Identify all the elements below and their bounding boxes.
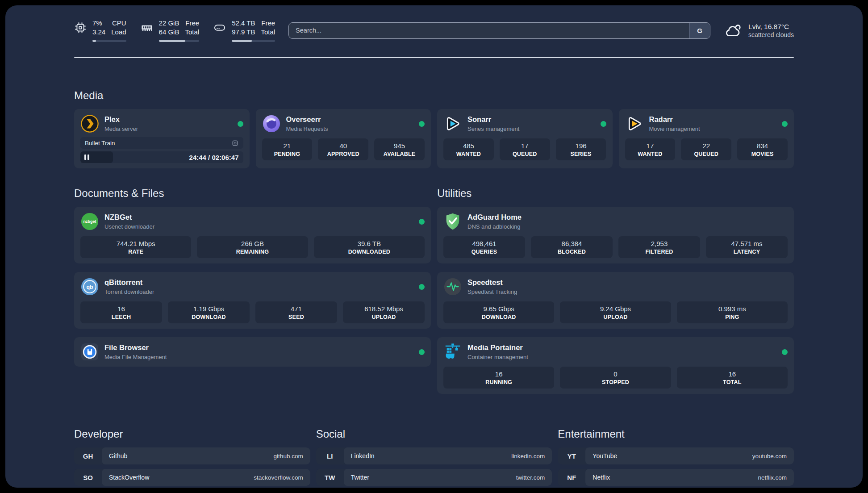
- qbittorrent-icon: qb: [80, 277, 99, 296]
- app-card-speedtest[interactable]: Speedtest Speedtest Tracking 9.65 GbpsDO…: [437, 272, 794, 329]
- app-card-filebrowser[interactable]: File Browser Media File Management: [74, 337, 431, 367]
- section-title-developer: Developer: [74, 428, 310, 440]
- qbittorrent-stats: 16LEECH 1.19 GbpsDOWNLOAD 471SEED 618.52…: [80, 301, 425, 323]
- stat-value: 196: [558, 142, 605, 150]
- bookmark-netflix[interactable]: NF Netflixnetflix.com: [558, 469, 794, 486]
- stat-ping: 0.993 msPING: [677, 301, 788, 323]
- stat-label: SEED: [257, 314, 335, 320]
- memory-label-top: Free: [185, 19, 199, 28]
- session-device-icon: [231, 139, 239, 147]
- stat-movies: 834MOVIES: [737, 138, 788, 160]
- stat-label: SERIES: [558, 151, 605, 157]
- stat-value: 86,384: [533, 240, 611, 247]
- speedtest-icon: [443, 277, 462, 296]
- stat-series: 196SERIES: [556, 138, 606, 160]
- stat-rate: 744.21 MbpsRATE: [80, 236, 191, 258]
- bookmark-stackoverflow[interactable]: SO StackOverflowstackoverflow.com: [74, 469, 310, 486]
- bookmark-abbr: LI: [316, 447, 344, 464]
- sonarr-subtitle: Series management: [467, 125, 519, 132]
- stat-value: 266 GB: [199, 240, 306, 247]
- stat-value: 47.571 ms: [708, 240, 786, 247]
- stat-label: LATENCY: [708, 249, 786, 255]
- bookmark-name: Twitter: [351, 474, 369, 481]
- memory-total: 64 GiB: [159, 28, 179, 37]
- stat-value: 485: [445, 142, 492, 150]
- bookmark-twitter[interactable]: TW Twittertwitter.com: [316, 469, 552, 486]
- plex-icon: [80, 114, 99, 133]
- stat-value: 0.993 ms: [679, 305, 786, 313]
- disk-progress-track: [232, 40, 275, 42]
- qbittorrent-subtitle: Torrent downloader: [104, 288, 154, 295]
- search-engine-button[interactable]: G: [689, 23, 710, 38]
- stat-stopped: 0STOPPED: [560, 367, 671, 389]
- stat-value: 40: [320, 142, 367, 150]
- bookmark-github[interactable]: GH Githubgithub.com: [74, 447, 310, 464]
- stat-value: 498,461: [445, 240, 523, 247]
- app-card-qbittorrent[interactable]: qb qBittorrent Torrent downloader 16LEEC…: [74, 272, 431, 329]
- app-card-plex[interactable]: Plex Media server Bullet Train: [74, 109, 250, 168]
- portainer-status-dot: [782, 349, 788, 355]
- cpu-progress-track: [92, 40, 126, 42]
- qbittorrent-status-dot: [419, 284, 425, 290]
- stat-blocked: 86,384BLOCKED: [531, 236, 613, 258]
- developer-column: Developer GH Githubgithub.com SO StackOv…: [74, 428, 310, 488]
- sonarr-title: Sonarr: [467, 115, 519, 124]
- stat-label: QUEUED: [683, 151, 730, 157]
- stat-value: 17: [627, 142, 674, 150]
- plex-session-title: Bullet Train: [85, 140, 115, 146]
- search-input[interactable]: [289, 23, 689, 38]
- memory-progress-track: [159, 40, 200, 42]
- bookmark-url: twitter.com: [516, 474, 545, 481]
- dashboard-panel: 7% 3.24 CPU Load: [5, 5, 863, 488]
- social-column: Social LI LinkedInlinkedin.com TW Twitte…: [316, 428, 552, 486]
- cpu-metric: 7% 3.24 CPU Load: [74, 19, 126, 42]
- overseerr-stats: 21PENDING 40APPROVED 945AVAILABLE: [262, 138, 425, 160]
- bookmark-url: linkedin.com: [511, 453, 545, 460]
- radarr-title: Radarr: [649, 115, 700, 124]
- adguard-title: AdGuard Home: [467, 213, 522, 222]
- bookmark-body: LinkedInlinkedin.com: [344, 447, 552, 464]
- scattered-clouds-icon: [724, 21, 743, 40]
- plex-session-progress-row: 24:44 / 02:06:47: [80, 151, 243, 163]
- svg-text:nzbget: nzbget: [83, 219, 96, 224]
- stat-downloaded: 39.6 TBDOWNLOADED: [314, 236, 425, 258]
- portainer-icon: [443, 343, 462, 361]
- bookmark-url: stackoverflow.com: [254, 474, 303, 481]
- plex-session: Bullet Train 24:44 / 02:06:47: [80, 137, 243, 163]
- section-title-social: Social: [316, 428, 552, 440]
- plex-header: Plex Media server: [80, 114, 243, 133]
- entertainment-column: Entertainment YT YouTubeyoutube.com NF N…: [558, 428, 794, 488]
- stat-value: 39.6 TB: [316, 240, 423, 247]
- stat-pending: 21PENDING: [262, 138, 313, 160]
- plex-subtitle: Media server: [104, 125, 138, 132]
- stat-latency: 47.571 msLATENCY: [706, 236, 788, 258]
- bookmark-name: Netflix: [593, 474, 610, 481]
- stat-label: UPLOAD: [345, 314, 423, 320]
- topbar-divider: [74, 57, 794, 58]
- stat-label: QUEUED: [501, 151, 548, 157]
- app-card-radarr[interactable]: Radarr Movie management 17WANTED 22QUEUE…: [619, 109, 794, 168]
- filebrowser-subtitle: Media File Management: [104, 354, 167, 360]
- stat-label: APPROVED: [320, 151, 367, 157]
- disk-icon: [213, 21, 226, 34]
- stat-download: 9.65 GbpsDOWNLOAD: [443, 301, 554, 323]
- stat-label: PENDING: [264, 151, 311, 157]
- bookmark-youtube[interactable]: YT YouTubeyoutube.com: [558, 447, 794, 464]
- entertainment-bookmarks: YT YouTubeyoutube.com NF Netflixnetflix.…: [558, 447, 794, 488]
- plex-session-title-row: Bullet Train: [80, 137, 243, 149]
- bookmark-linkedin[interactable]: LI LinkedInlinkedin.com: [316, 447, 552, 464]
- app-card-sonarr[interactable]: Sonarr Series management 485WANTED 17QUE…: [437, 109, 613, 168]
- stat-value: 945: [376, 142, 423, 150]
- pause-icon[interactable]: [84, 155, 89, 160]
- memory-metric: 22 GiB 64 GiB Free Total: [141, 19, 200, 42]
- app-card-nzbget[interactable]: nzbget NZBGet Usenet downloader 744.21 M…: [74, 207, 431, 263]
- app-card-adguard[interactable]: AdGuard Home DNS and adblocking 498,461Q…: [437, 207, 794, 263]
- top-bar: 7% 3.24 CPU Load: [74, 19, 794, 42]
- stat-label: TOTAL: [679, 379, 786, 385]
- app-card-overseerr[interactable]: Overseerr Media Requests 21PENDING 40APP…: [256, 109, 431, 168]
- app-card-portainer[interactable]: Media Portainer Container management 16R…: [437, 337, 794, 394]
- bookmark-abbr: NF: [558, 469, 585, 486]
- section-title-utilities: Utilities: [437, 187, 794, 200]
- stat-leech: 16LEECH: [80, 301, 162, 323]
- cpu-label-top: CPU: [111, 19, 126, 28]
